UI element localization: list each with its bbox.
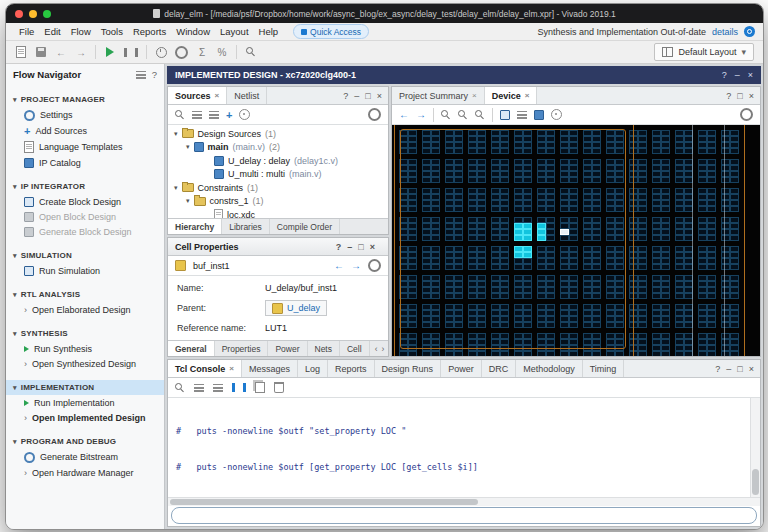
float-icon[interactable]: □ (358, 242, 363, 252)
tab-compile-order[interactable]: Compile Order (270, 219, 340, 234)
help-icon[interactable]: ? (726, 91, 731, 101)
redo-button[interactable]: → (75, 45, 87, 59)
close-icon[interactable]: × (377, 91, 382, 101)
chevron-down-icon[interactable]: ▾ (174, 184, 178, 192)
flow-nav-item-open-hardware-manager[interactable]: › Open Hardware Manager (6, 465, 164, 480)
minimize-icon[interactable]: – (354, 91, 359, 101)
tree-item-u-multi[interactable]: U_multi : multi (main.v) (168, 168, 388, 182)
utilization-button[interactable]: % (216, 45, 228, 59)
details-link[interactable]: details (712, 27, 738, 37)
tab-tcl-console[interactable]: Tcl Console × (168, 360, 242, 377)
titlebar[interactable]: delay_elm - [/media/psf/Dropbox/home/wor… (6, 4, 763, 23)
tab-methodology[interactable]: Methodology (516, 360, 583, 377)
scroll-tabs-right-icon[interactable]: › (381, 344, 384, 354)
float-icon[interactable]: □ (365, 91, 370, 101)
tab-design-runs[interactable]: Design Runs (375, 360, 442, 377)
expand-all-icon[interactable] (209, 111, 219, 119)
tree-item-constrs-1[interactable]: ▾ constrs_1 (1) (168, 195, 388, 209)
tab-reports[interactable]: Reports (328, 360, 375, 377)
collapse-all-icon[interactable] (194, 384, 204, 392)
tab-nets[interactable]: Nets (308, 341, 340, 356)
tab-messages[interactable]: Messages (242, 360, 298, 377)
close-icon[interactable]: × (525, 91, 530, 100)
chevron-right-icon[interactable]: › (24, 307, 27, 313)
close-icon[interactable]: × (749, 364, 754, 374)
close-window-button[interactable] (15, 10, 23, 18)
parent-cell-link[interactable]: U_delay (265, 300, 327, 316)
chevron-down-icon[interactable]: ▾ (174, 130, 178, 138)
settings-gear-icon[interactable] (368, 108, 381, 121)
section-header-program-and-debug[interactable]: ▾ PROGRAM AND DEBUG (6, 434, 164, 449)
minimize-icon[interactable]: – (347, 242, 352, 252)
flow-nav-item-settings[interactable]: Settings (6, 107, 164, 123)
settings-gear-icon[interactable] (740, 108, 753, 121)
flow-nav-item-run-simulation[interactable]: Run Simulation (6, 263, 164, 278)
settings-button[interactable] (175, 45, 188, 59)
tree-item-design-sources[interactable]: ▾ Design Sources (1) (168, 127, 388, 141)
expand-all-icon[interactable] (213, 384, 223, 392)
flow-nav-item-add-sources[interactable]: + Add Sources (6, 123, 164, 138)
pblock-icon[interactable] (534, 110, 544, 120)
menu-file[interactable]: File (14, 26, 39, 37)
flow-nav-item-open-synthesized-design[interactable]: › Open Synthesized Design (6, 356, 164, 371)
select-area-icon[interactable] (500, 110, 510, 120)
tab-power[interactable]: Power (268, 341, 307, 356)
scrollbar-thumb[interactable] (170, 499, 478, 505)
flow-nav-item-open-implemented-design[interactable]: › Open Implemented Design (6, 410, 164, 425)
device-fabric[interactable] (392, 125, 760, 356)
collapse-all-icon[interactable] (192, 111, 202, 119)
flow-nav-item-run-implementation[interactable]: Run Implementation (6, 395, 164, 410)
run-button[interactable] (104, 45, 116, 59)
section-header-synthesis[interactable]: ▾ SYNTHESIS (6, 326, 164, 341)
float-icon[interactable]: □ (737, 364, 742, 374)
back-arrow-icon[interactable]: ← (399, 109, 409, 120)
tab-project-summary[interactable]: Project Summary × (392, 87, 485, 104)
section-header-ip-integrator[interactable]: ▾ IP INTEGRATOR (6, 179, 164, 194)
settings-gear-icon[interactable] (368, 259, 381, 272)
flow-nav-item-open-block-design[interactable]: Open Block Design (6, 209, 164, 224)
minimize-icon[interactable]: – (726, 364, 731, 374)
search-help-icon[interactable] (744, 26, 755, 37)
close-icon[interactable]: × (229, 364, 234, 373)
scrollbar-thumb[interactable] (752, 469, 759, 495)
menu-edit[interactable]: Edit (39, 26, 65, 37)
tab-timing[interactable]: Timing (583, 360, 625, 377)
close-icon[interactable]: × (472, 91, 477, 100)
menu-layout[interactable]: Layout (215, 26, 254, 37)
pause-output-icon[interactable] (232, 383, 246, 392)
sum-button[interactable]: Σ (196, 45, 208, 59)
layout-selector[interactable]: Default Layout ▾ (654, 43, 754, 61)
chevron-down-icon[interactable]: ▾ (186, 197, 190, 205)
tab-log[interactable]: Log (298, 360, 328, 377)
menu-window[interactable]: Window (171, 26, 215, 37)
cell-properties-header[interactable]: Cell Properties ? – □ × (168, 238, 388, 256)
flow-nav-item-open-elaborated-design[interactable]: › Open Elaborated Design (6, 302, 164, 317)
timing-button[interactable] (155, 45, 167, 59)
tab-properties[interactable]: Properties (215, 341, 269, 356)
autofit-selection-icon[interactable] (551, 109, 562, 120)
menu-flow[interactable]: Flow (66, 26, 96, 37)
search-icon[interactable] (175, 383, 185, 393)
add-sources-icon[interactable]: + (226, 110, 232, 120)
undo-button[interactable]: ← (55, 45, 67, 59)
tcl-command-input[interactable] (171, 507, 757, 524)
zoom-fit-icon[interactable] (475, 110, 485, 120)
quick-access-button[interactable]: Quick Access (293, 24, 369, 39)
copy-icon[interactable] (255, 382, 265, 393)
tree-item-constraints[interactable]: ▾ Constraints (1) (168, 181, 388, 195)
float-icon[interactable]: □ (737, 91, 742, 101)
help-icon[interactable]: ? (343, 91, 348, 101)
zoom-window-button[interactable] (43, 10, 51, 18)
flow-nav-item-create-block-design[interactable]: Create Block Design (6, 194, 164, 209)
tcl-horizontal-scrollbar[interactable] (168, 497, 760, 506)
section-header-rtl-analysis[interactable]: ▾ RTL ANALYSIS (6, 287, 164, 302)
minimize-icon[interactable]: – (735, 70, 740, 80)
save-button[interactable] (35, 45, 47, 59)
open-project-button[interactable] (15, 45, 27, 59)
close-icon[interactable]: × (370, 242, 375, 252)
menu-tools[interactable]: Tools (96, 26, 128, 37)
close-icon[interactable]: × (749, 91, 754, 101)
help-icon[interactable]: ? (152, 69, 157, 80)
zoom-out-icon[interactable] (458, 110, 468, 120)
tab-power[interactable]: Power (441, 360, 482, 377)
